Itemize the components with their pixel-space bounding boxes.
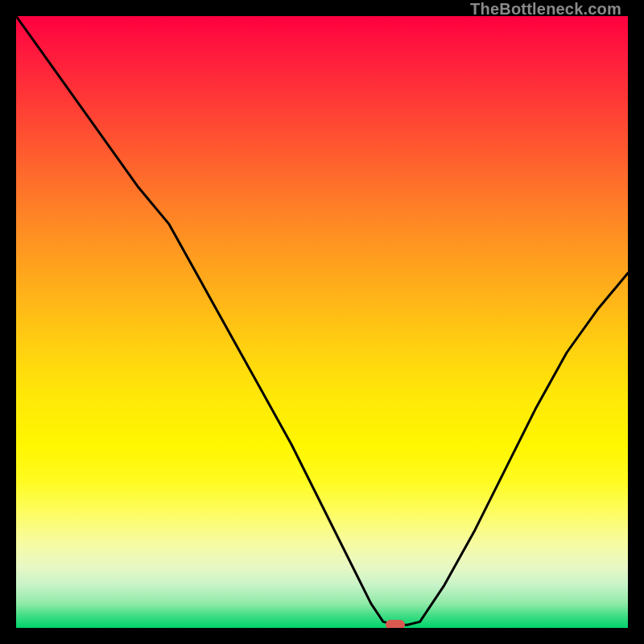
chart-frame: TheBottleneck.com <box>0 0 644 644</box>
bottleneck-curve <box>16 16 628 628</box>
plot-area <box>16 16 628 628</box>
curve-path <box>16 16 628 625</box>
optimum-marker <box>386 620 405 628</box>
watermark-text: TheBottleneck.com <box>470 0 621 19</box>
